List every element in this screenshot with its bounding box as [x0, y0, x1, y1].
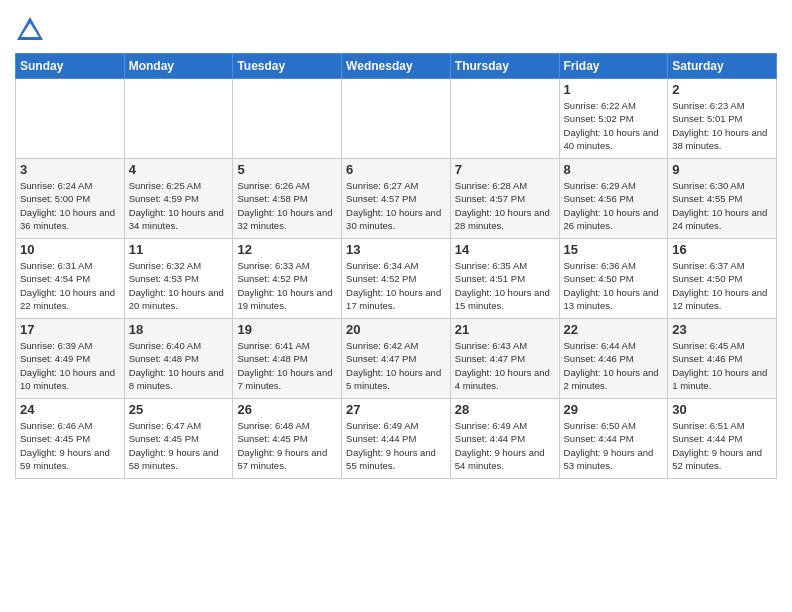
header-cell-monday: Monday [124, 54, 233, 79]
day-info: Sunrise: 6:27 AM Sunset: 4:57 PM Dayligh… [346, 179, 446, 232]
header [15, 10, 777, 45]
header-cell-tuesday: Tuesday [233, 54, 342, 79]
calendar-table: SundayMondayTuesdayWednesdayThursdayFrid… [15, 53, 777, 479]
day-info: Sunrise: 6:22 AM Sunset: 5:02 PM Dayligh… [564, 99, 664, 152]
day-cell: 30Sunrise: 6:51 AM Sunset: 4:44 PM Dayli… [668, 399, 777, 479]
day-number: 11 [129, 242, 229, 257]
day-info: Sunrise: 6:45 AM Sunset: 4:46 PM Dayligh… [672, 339, 772, 392]
day-cell: 1Sunrise: 6:22 AM Sunset: 5:02 PM Daylig… [559, 79, 668, 159]
day-cell: 14Sunrise: 6:35 AM Sunset: 4:51 PM Dayli… [450, 239, 559, 319]
header-cell-friday: Friday [559, 54, 668, 79]
day-info: Sunrise: 6:24 AM Sunset: 5:00 PM Dayligh… [20, 179, 120, 232]
day-info: Sunrise: 6:49 AM Sunset: 4:44 PM Dayligh… [455, 419, 555, 472]
logo-icon [15, 15, 45, 45]
day-cell: 17Sunrise: 6:39 AM Sunset: 4:49 PM Dayli… [16, 319, 125, 399]
day-info: Sunrise: 6:41 AM Sunset: 4:48 PM Dayligh… [237, 339, 337, 392]
day-info: Sunrise: 6:33 AM Sunset: 4:52 PM Dayligh… [237, 259, 337, 312]
day-number: 4 [129, 162, 229, 177]
day-cell [233, 79, 342, 159]
day-number: 1 [564, 82, 664, 97]
day-cell: 7Sunrise: 6:28 AM Sunset: 4:57 PM Daylig… [450, 159, 559, 239]
week-row-0: 1Sunrise: 6:22 AM Sunset: 5:02 PM Daylig… [16, 79, 777, 159]
day-number: 19 [237, 322, 337, 337]
week-row-4: 24Sunrise: 6:46 AM Sunset: 4:45 PM Dayli… [16, 399, 777, 479]
day-cell: 24Sunrise: 6:46 AM Sunset: 4:45 PM Dayli… [16, 399, 125, 479]
day-number: 3 [20, 162, 120, 177]
day-number: 15 [564, 242, 664, 257]
day-number: 10 [20, 242, 120, 257]
day-number: 18 [129, 322, 229, 337]
day-cell: 27Sunrise: 6:49 AM Sunset: 4:44 PM Dayli… [342, 399, 451, 479]
day-number: 27 [346, 402, 446, 417]
day-number: 22 [564, 322, 664, 337]
week-row-3: 17Sunrise: 6:39 AM Sunset: 4:49 PM Dayli… [16, 319, 777, 399]
day-number: 26 [237, 402, 337, 417]
day-cell: 6Sunrise: 6:27 AM Sunset: 4:57 PM Daylig… [342, 159, 451, 239]
day-cell: 12Sunrise: 6:33 AM Sunset: 4:52 PM Dayli… [233, 239, 342, 319]
day-number: 21 [455, 322, 555, 337]
day-info: Sunrise: 6:40 AM Sunset: 4:48 PM Dayligh… [129, 339, 229, 392]
day-cell [16, 79, 125, 159]
day-info: Sunrise: 6:35 AM Sunset: 4:51 PM Dayligh… [455, 259, 555, 312]
day-number: 12 [237, 242, 337, 257]
day-info: Sunrise: 6:43 AM Sunset: 4:47 PM Dayligh… [455, 339, 555, 392]
day-info: Sunrise: 6:32 AM Sunset: 4:53 PM Dayligh… [129, 259, 229, 312]
day-info: Sunrise: 6:23 AM Sunset: 5:01 PM Dayligh… [672, 99, 772, 152]
day-cell: 10Sunrise: 6:31 AM Sunset: 4:54 PM Dayli… [16, 239, 125, 319]
day-info: Sunrise: 6:50 AM Sunset: 4:44 PM Dayligh… [564, 419, 664, 472]
day-cell: 9Sunrise: 6:30 AM Sunset: 4:55 PM Daylig… [668, 159, 777, 239]
day-cell: 18Sunrise: 6:40 AM Sunset: 4:48 PM Dayli… [124, 319, 233, 399]
day-number: 16 [672, 242, 772, 257]
day-number: 29 [564, 402, 664, 417]
day-number: 14 [455, 242, 555, 257]
header-row: SundayMondayTuesdayWednesdayThursdayFrid… [16, 54, 777, 79]
day-info: Sunrise: 6:46 AM Sunset: 4:45 PM Dayligh… [20, 419, 120, 472]
day-info: Sunrise: 6:29 AM Sunset: 4:56 PM Dayligh… [564, 179, 664, 232]
day-number: 24 [20, 402, 120, 417]
header-cell-thursday: Thursday [450, 54, 559, 79]
day-info: Sunrise: 6:42 AM Sunset: 4:47 PM Dayligh… [346, 339, 446, 392]
day-info: Sunrise: 6:47 AM Sunset: 4:45 PM Dayligh… [129, 419, 229, 472]
day-cell: 13Sunrise: 6:34 AM Sunset: 4:52 PM Dayli… [342, 239, 451, 319]
day-info: Sunrise: 6:36 AM Sunset: 4:50 PM Dayligh… [564, 259, 664, 312]
day-cell [450, 79, 559, 159]
day-info: Sunrise: 6:51 AM Sunset: 4:44 PM Dayligh… [672, 419, 772, 472]
day-cell: 3Sunrise: 6:24 AM Sunset: 5:00 PM Daylig… [16, 159, 125, 239]
header-cell-wednesday: Wednesday [342, 54, 451, 79]
header-cell-sunday: Sunday [16, 54, 125, 79]
day-cell: 25Sunrise: 6:47 AM Sunset: 4:45 PM Dayli… [124, 399, 233, 479]
day-number: 7 [455, 162, 555, 177]
logo [15, 15, 47, 45]
day-number: 20 [346, 322, 446, 337]
day-info: Sunrise: 6:39 AM Sunset: 4:49 PM Dayligh… [20, 339, 120, 392]
day-cell: 15Sunrise: 6:36 AM Sunset: 4:50 PM Dayli… [559, 239, 668, 319]
day-info: Sunrise: 6:34 AM Sunset: 4:52 PM Dayligh… [346, 259, 446, 312]
day-cell: 26Sunrise: 6:48 AM Sunset: 4:45 PM Dayli… [233, 399, 342, 479]
day-number: 9 [672, 162, 772, 177]
day-cell: 22Sunrise: 6:44 AM Sunset: 4:46 PM Dayli… [559, 319, 668, 399]
day-cell: 5Sunrise: 6:26 AM Sunset: 4:58 PM Daylig… [233, 159, 342, 239]
day-info: Sunrise: 6:26 AM Sunset: 4:58 PM Dayligh… [237, 179, 337, 232]
day-cell: 21Sunrise: 6:43 AM Sunset: 4:47 PM Dayli… [450, 319, 559, 399]
day-cell [124, 79, 233, 159]
day-cell [342, 79, 451, 159]
day-number: 13 [346, 242, 446, 257]
day-cell: 2Sunrise: 6:23 AM Sunset: 5:01 PM Daylig… [668, 79, 777, 159]
day-number: 5 [237, 162, 337, 177]
day-cell: 11Sunrise: 6:32 AM Sunset: 4:53 PM Dayli… [124, 239, 233, 319]
day-number: 28 [455, 402, 555, 417]
week-row-1: 3Sunrise: 6:24 AM Sunset: 5:00 PM Daylig… [16, 159, 777, 239]
day-info: Sunrise: 6:37 AM Sunset: 4:50 PM Dayligh… [672, 259, 772, 312]
day-cell: 8Sunrise: 6:29 AM Sunset: 4:56 PM Daylig… [559, 159, 668, 239]
day-number: 30 [672, 402, 772, 417]
day-info: Sunrise: 6:44 AM Sunset: 4:46 PM Dayligh… [564, 339, 664, 392]
header-cell-saturday: Saturday [668, 54, 777, 79]
day-info: Sunrise: 6:31 AM Sunset: 4:54 PM Dayligh… [20, 259, 120, 312]
day-number: 6 [346, 162, 446, 177]
day-cell: 28Sunrise: 6:49 AM Sunset: 4:44 PM Dayli… [450, 399, 559, 479]
day-cell: 19Sunrise: 6:41 AM Sunset: 4:48 PM Dayli… [233, 319, 342, 399]
day-cell: 20Sunrise: 6:42 AM Sunset: 4:47 PM Dayli… [342, 319, 451, 399]
day-info: Sunrise: 6:30 AM Sunset: 4:55 PM Dayligh… [672, 179, 772, 232]
day-cell: 4Sunrise: 6:25 AM Sunset: 4:59 PM Daylig… [124, 159, 233, 239]
day-cell: 29Sunrise: 6:50 AM Sunset: 4:44 PM Dayli… [559, 399, 668, 479]
